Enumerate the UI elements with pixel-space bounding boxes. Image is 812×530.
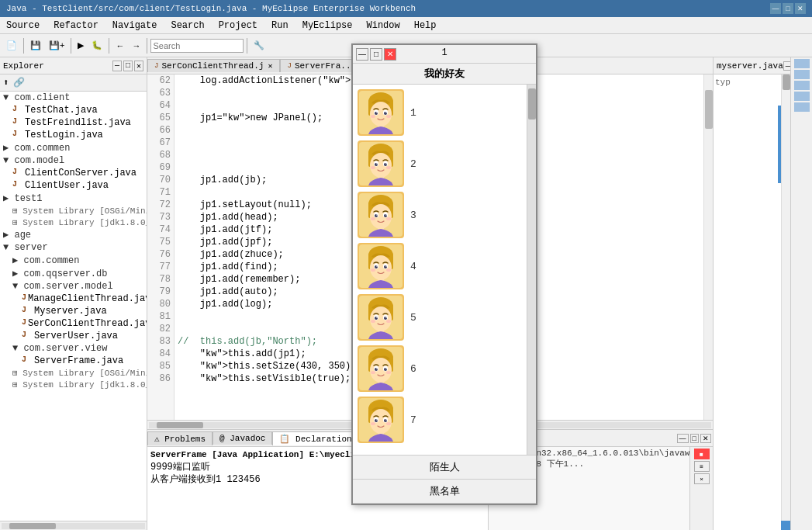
toolbar-save-all-btn[interactable]: 💾+ [46,38,67,53]
sidebar-content[interactable]: ▼ com.client J TestChat.java J TestFrein… [0,92,147,521]
sidebar-maximize-btn[interactable]: □ [123,61,133,71]
editor-vscroll[interactable] [703,74,713,420]
svg-point-70 [376,317,378,318]
tree-item-clientuser[interactable]: J ClientUser.java [0,179,147,192]
tree-item-syslibosgi2[interactable]: ⊞ System Library [OSGi/Minim [0,367,147,379]
console-clear-btn[interactable]: × [694,473,710,484]
tab-sercon[interactable]: J SerConClientThread.j ✕ [147,59,280,72]
popup-vscroll[interactable] [527,85,536,455]
far-right-btn-2[interactable] [794,70,810,79]
tree-item-testfreindlist[interactable]: J TestFreindlist.java [0,116,147,129]
contact-item[interactable]: 6 [356,344,533,393]
tree-item-server-view[interactable]: ▼ com.server.view [0,342,147,355]
tab-close-sercon[interactable]: ✕ [267,61,273,71]
bottom-maximize-btn[interactable]: □ [690,434,699,443]
tree-item-testlogin[interactable]: J TestLogin.java [0,129,147,141]
tab-javadoc[interactable]: @ Javadoc [213,431,272,445]
menu-source[interactable]: Source [3,19,43,33]
terminate-btn[interactable]: ■ [694,449,710,459]
menu-search[interactable]: Search [168,19,207,33]
popup-maximize-btn[interactable]: □ [370,48,382,61]
popup-close-btn[interactable]: ✕ [384,48,396,61]
toolbar-myeclipse-btn[interactable]: 🔧 [251,38,268,53]
outline-scroll-thumb [783,74,790,90]
popup-vscroll-thumb [528,88,536,120]
tree-item-server-commen[interactable]: ▶ com.commen [0,254,147,267]
toolbar-new-btn[interactable]: 📄 [3,38,20,53]
sidebar-title: Explorer [3,61,44,71]
contact-item[interactable]: 1 [356,88,533,137]
tree-item-testchat[interactable]: J TestChat.java [0,104,147,116]
maximize-button[interactable]: □ [783,3,793,14]
far-right-btn-4[interactable] [794,92,810,101]
tab-problems[interactable]: ⚠ Problems [147,431,213,445]
svg-point-58 [386,268,391,272]
contact-item[interactable]: 3 [356,190,533,240]
toolbar-debug-btn[interactable]: 🐛 [88,38,105,53]
far-right-btn-3[interactable] [794,81,810,90]
sidebar-close-btn[interactable]: ✕ [134,61,143,71]
tree-item-myserver[interactable]: J Myserver.java [0,305,147,317]
tab-serverframe-label: ServerFra... [295,61,356,71]
tree-item-com-model[interactable]: ▼ com.model [0,154,147,167]
console-scroll-btn[interactable]: ≡ [694,461,710,472]
footer-strangers-btn[interactable]: 陌生人 [353,456,536,480]
toolbar-save-btn[interactable]: 💾 [27,38,44,53]
contact-item[interactable]: 5 [356,293,533,342]
far-right-btn-1[interactable] [794,59,810,68]
outline-content[interactable]: typ [714,74,790,530]
far-right-btn-5[interactable] [794,102,810,112]
sidebar-collapse-btn[interactable]: ⬆ [2,77,10,88]
sidebar-minimize-btn[interactable]: — [112,61,122,71]
menu-myeclipse[interactable]: MyEclipse [299,19,356,33]
java-icon: J [22,318,26,329]
tree-item-serverframe[interactable]: J ServerFrame.java [0,355,147,367]
outline-panel: myserver.java — □ typ [713,57,790,530]
menu-navigate[interactable]: Navigate [109,19,161,33]
menu-help[interactable]: Help [411,19,440,33]
tree-item-age[interactable]: ▶ age [0,228,147,241]
tree-item-clientconserver[interactable]: J ClientConServer.java [0,167,147,179]
menu-project[interactable]: Project [216,19,261,33]
tree-item-com-client[interactable]: ▼ com.client [0,92,147,104]
tree-item-com-commen[interactable]: ▶ com.commen [0,141,147,154]
tree-item-syslibosgi[interactable]: ⊞ System Library [OSGi/Minim [0,205,147,217]
tree-item-server-model[interactable]: ▼ com.server.model [0,280,147,293]
bottom-minimize-btn[interactable]: — [677,434,689,443]
footer-blacklist-btn[interactable]: 黑名单 [353,480,536,504]
tab-java-icon-2: J [287,62,291,70]
toolbar-forward-btn[interactable]: → [129,39,143,53]
tree-item-server[interactable]: ▼ server [0,241,147,254]
popup-scroll-area[interactable]: 1 [353,85,536,455]
bottom-close-btn[interactable]: ✕ [700,434,711,443]
svg-point-43 [386,217,391,220]
tree-item-sercon[interactable]: J SerConClientThread.java [0,317,147,330]
sidebar-link-btn[interactable]: 🔗 [12,77,26,88]
close-button[interactable]: ✕ [795,3,806,14]
tree-item-server-db[interactable]: ▶ com.qqserver.db [0,267,147,280]
tree-item-syslibjdk1[interactable]: ⊞ System Library [jdk1.8.0_25] [0,217,147,228]
menu-window[interactable]: Window [364,19,403,33]
sidebar-hscroll[interactable] [0,521,147,530]
tree-item-syslibjdk2[interactable]: ⊞ System Library [jdk1.8.0_25] [0,379,147,390]
tab-declaration[interactable]: 📋 Declaration [272,431,358,445]
minimize-button[interactable]: — [770,3,781,14]
outline-vscroll[interactable] [781,74,790,530]
toolbar-back-btn[interactable]: ← [112,39,127,53]
menu-refactor[interactable]: Refactor [50,19,102,33]
contact-item[interactable]: 7 [356,395,533,445]
svg-point-101 [385,419,387,421]
toolbar-run-btn[interactable]: ▶ [74,38,87,53]
svg-point-5 [370,102,392,126]
avatar [358,397,404,443]
tree-item-serveruser[interactable]: J ServerUser.java [0,330,147,342]
popup-minimize-btn[interactable]: — [356,48,368,61]
contact-item[interactable]: 4 [356,241,533,291]
tree-item-test1[interactable]: ▶ test1 [0,192,147,205]
search-input[interactable] [150,39,244,53]
outline-scroll-bottom[interactable] [781,521,790,530]
tree-item-manageclient[interactable]: J ManageClientThread.java [0,293,147,305]
contact-item[interactable]: 2 [356,139,533,189]
menu-run[interactable]: Run [268,19,292,33]
java-icon: J [22,293,26,304]
